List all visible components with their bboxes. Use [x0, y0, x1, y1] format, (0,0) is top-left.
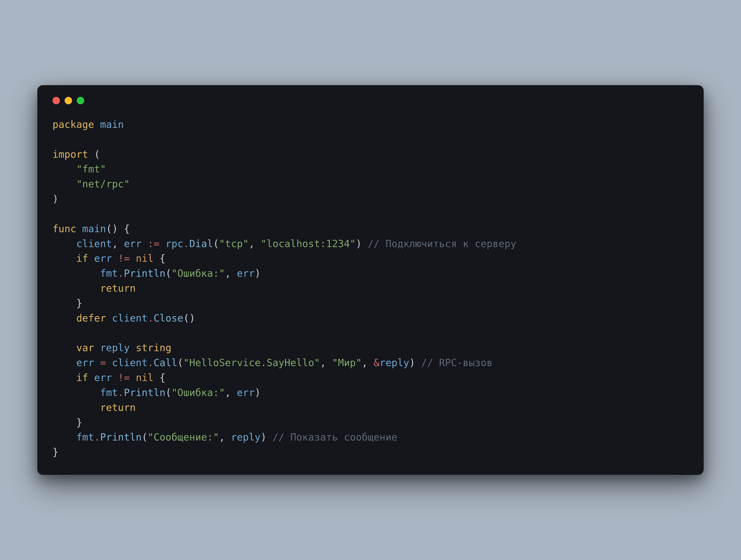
punct: , [219, 431, 225, 443]
punct: ) [255, 387, 261, 398]
nil: nil [136, 253, 153, 264]
punct: , [225, 268, 231, 279]
keyword: var [76, 342, 94, 353]
punct: ( [165, 387, 172, 398]
keyword: package [53, 119, 94, 130]
function: Close [153, 312, 183, 324]
code-window: package main import ( "fmt" "net/rpc" ) … [37, 85, 704, 475]
identifier: reply [380, 357, 409, 368]
punct: ( [165, 268, 172, 279]
operator: := [148, 238, 159, 250]
keyword: return [100, 283, 136, 294]
punct: ) [409, 357, 415, 368]
comment: // Показать сообщение [272, 431, 397, 443]
punct: () [183, 312, 195, 324]
string: "Ошибка:" [172, 268, 225, 279]
string: "localhost:1234" [261, 238, 356, 250]
string: "Сообщение:" [148, 431, 219, 443]
operator: . [183, 238, 190, 250]
punct: , [362, 357, 368, 368]
punct: () [106, 223, 118, 234]
operator: . [118, 387, 124, 398]
punct: } [76, 417, 82, 428]
keyword: if [76, 372, 88, 383]
punct: ( [177, 357, 183, 368]
comment: // Подключиться к серверу [368, 238, 516, 250]
identifier: err [124, 238, 142, 250]
identifier: fmt [100, 268, 118, 279]
identifier: fmt [100, 387, 118, 398]
close-icon[interactable] [53, 97, 60, 104]
identifier: reply [100, 342, 130, 353]
punct: } [53, 446, 59, 458]
punct: { [159, 253, 165, 264]
type: string [136, 342, 172, 353]
string: "tcp" [219, 238, 249, 250]
identifier: client [76, 238, 112, 250]
punct: , [249, 238, 255, 250]
code-block: package main import ( "fmt" "net/rpc" ) … [53, 117, 688, 460]
identifier: main [100, 119, 124, 130]
punct: ( [142, 431, 148, 443]
identifier: err [237, 268, 255, 279]
punct: ) [53, 193, 59, 205]
identifier: reply [231, 431, 261, 443]
punct: ( [94, 149, 100, 160]
string: "Мир" [332, 357, 362, 368]
operator: . [148, 312, 154, 324]
comment: // RPC-вызов [421, 357, 492, 368]
string: "fmt" [76, 163, 106, 175]
function: Println [100, 431, 142, 443]
identifier: client [112, 357, 148, 368]
punct: , [225, 387, 231, 398]
operator: = [100, 357, 106, 368]
function: Println [124, 387, 165, 398]
keyword: if [76, 253, 88, 264]
punct: ( [213, 238, 219, 250]
string: "HelloService.SayHello" [183, 357, 320, 368]
keyword: defer [76, 312, 106, 324]
operator: != [118, 372, 130, 383]
string: "net/rpc" [76, 178, 130, 190]
operator: . [94, 431, 100, 443]
identifier: err [94, 253, 112, 264]
punct: , [320, 357, 326, 368]
punct: { [124, 223, 130, 234]
punct: , [112, 238, 118, 250]
identifier: err [94, 372, 112, 383]
string: "Ошибка:" [172, 387, 225, 398]
keyword: import [53, 149, 88, 160]
function: Dial [189, 238, 213, 250]
operator: . [118, 268, 124, 279]
identifier: err [76, 357, 94, 368]
punct: ) [356, 238, 362, 250]
keyword: func [53, 223, 76, 234]
keyword: return [100, 402, 136, 413]
identifier: fmt [76, 431, 94, 443]
identifier: client [112, 312, 148, 324]
function: Call [153, 357, 177, 368]
punct: } [76, 297, 82, 309]
punct: ) [255, 268, 261, 279]
identifier: err [237, 387, 255, 398]
traffic-lights [53, 97, 688, 104]
operator: . [148, 357, 154, 368]
nil: nil [136, 372, 153, 383]
identifier: main [82, 223, 106, 234]
function: Println [124, 268, 165, 279]
punct: { [159, 372, 165, 383]
punct: ) [261, 431, 267, 443]
minimize-icon[interactable] [65, 97, 72, 104]
maximize-icon[interactable] [77, 97, 84, 104]
identifier: rpc [165, 238, 183, 250]
operator: & [374, 357, 380, 368]
operator: != [118, 253, 130, 264]
